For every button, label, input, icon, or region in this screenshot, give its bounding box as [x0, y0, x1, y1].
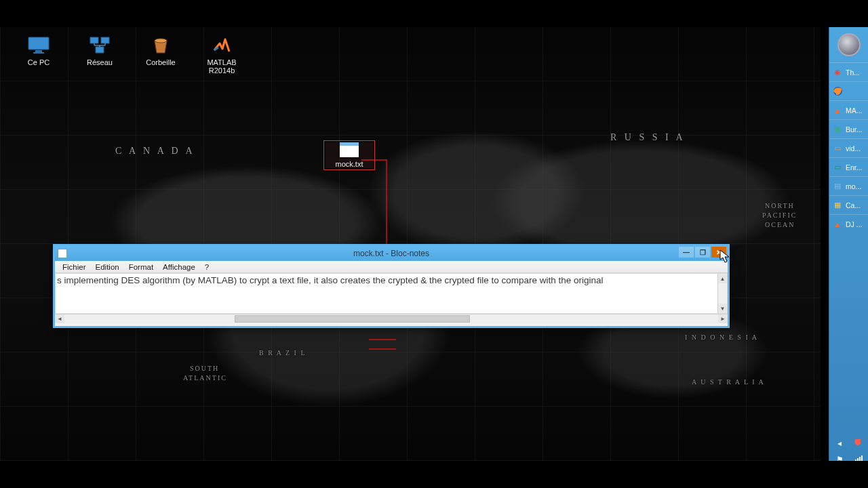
map-label-russia: R U S S I A: [610, 132, 686, 143]
menu-help[interactable]: ?: [200, 262, 214, 272]
video-icon: ▭: [832, 143, 843, 154]
maximize-button[interactable]: ❐: [695, 247, 710, 258]
map-label-np3: OCEAN: [765, 221, 795, 228]
scroll-up-arrow[interactable]: ▲: [718, 274, 727, 283]
window-controls: — ❐ ✕: [679, 247, 726, 258]
scroll-track[interactable]: [64, 314, 718, 323]
map-label-indonesia: I N D O N E S I A: [685, 333, 758, 341]
vlc-icon: ▲: [832, 219, 843, 230]
matlab-icon: ▲: [832, 105, 843, 116]
trash-icon: [149, 35, 173, 56]
task-recorder[interactable]: ▭ Enr...: [829, 157, 868, 176]
scroll-down-arrow[interactable]: ▼: [718, 304, 727, 313]
window-titlebar[interactable]: mock.txt - Bloc-notes — ❐ ✕: [55, 246, 728, 261]
task-label: MA...: [846, 106, 865, 115]
tray-security-icon[interactable]: ⛊: [852, 438, 865, 449]
network-icon: [87, 35, 112, 56]
horizontal-scrollbar[interactable]: ◄ ►: [55, 314, 728, 323]
task-label: Th...: [846, 68, 865, 77]
user-avatar-icon: [837, 33, 861, 56]
minimize-button[interactable]: —: [679, 247, 694, 258]
task-firefox[interactable]: [829, 81, 868, 100]
map-label-brazil: B R A Z I L: [259, 349, 307, 357]
notepad-icon: ▤: [832, 181, 843, 192]
map-label-sa1: SOUTH: [190, 365, 219, 372]
desktop[interactable]: C A N A D A R U S S I A B R A Z I L I N …: [0, 27, 821, 461]
scroll-left-arrow[interactable]: ◄: [55, 314, 64, 323]
task-label: Bur...: [846, 125, 865, 134]
scroll-thumb[interactable]: [235, 315, 470, 323]
firefox-icon: [832, 86, 843, 97]
scroll-right-arrow[interactable]: ►: [718, 314, 728, 323]
map-label-canada: C A N A D A: [115, 146, 195, 157]
text-file-icon: [340, 142, 359, 157]
map-label-australia: A U S T R A L I A: [692, 378, 765, 386]
letterbox-top: [0, 0, 868, 27]
task-calc[interactable]: ▦ Ca...: [829, 195, 868, 214]
burner-icon: ▣: [832, 124, 843, 135]
notepad-window[interactable]: mock.txt - Bloc-notes — ❐ ✕ Fichier Edit…: [53, 244, 730, 328]
monitor-icon: [26, 35, 51, 56]
matlab-icon: [210, 35, 234, 56]
menu-view[interactable]: Affichage: [158, 262, 200, 272]
task-vlc[interactable]: ▲ DJ ...: [829, 214, 868, 233]
svg-point-6: [155, 39, 167, 43]
user-avatar-slot[interactable]: [829, 30, 868, 60]
task-label: DJ ...: [846, 220, 865, 228]
svg-rect-1: [35, 50, 42, 52]
map-label-sa2: ATLANTIC: [183, 374, 227, 382]
task-label: Ca...: [846, 201, 865, 209]
notepad-content-area: s implementing DES algorithm (by MATLAB)…: [55, 273, 728, 314]
notepad-icon: [58, 249, 67, 258]
task-label: vid...: [846, 144, 865, 152]
task-label: Enr...: [846, 163, 865, 171]
recorder-icon: ▭: [832, 162, 843, 173]
task-matlab[interactable]: ▲ MA...: [829, 100, 868, 119]
desktop-icon-label: Réseau: [73, 58, 126, 66]
notepad-menubar: Fichier Edition Format Affichage ?: [55, 261, 728, 273]
tray-expand-icon[interactable]: ◂: [833, 438, 846, 449]
map-label-np2: PACIFIC: [762, 211, 797, 219]
menu-format[interactable]: Format: [124, 262, 158, 272]
close-button[interactable]: ✕: [711, 247, 726, 258]
svg-rect-2: [33, 52, 44, 54]
map-red-line: [369, 339, 396, 340]
desktop-icon-matlab[interactable]: MATLAB R2014b: [195, 35, 248, 75]
taskbar-sidebar: ◉ Th... ▲ MA... ▣ Bur... ▭ vid... ▭ Enr.…: [829, 27, 868, 488]
folder-icon: ▦: [832, 200, 843, 211]
task-label: mo...: [846, 182, 865, 190]
desktop-icon-recycle-bin[interactable]: Corbeille: [134, 35, 187, 66]
desktop-icon-network[interactable]: Réseau: [73, 35, 126, 66]
desktop-file-label: mock.txt: [326, 160, 373, 168]
vertical-scrollbar[interactable]: ▲ ▼: [717, 274, 727, 313]
desktop-icon-label: Ce PC: [12, 58, 65, 66]
map-red-line: [369, 348, 396, 350]
task-burner[interactable]: ▣ Bur...: [829, 119, 868, 138]
svg-rect-3: [90, 37, 98, 43]
desktop-file-mock-txt[interactable]: mock.txt: [326, 142, 373, 168]
notepad-text[interactable]: s implementing DES algorithm (by MATLAB)…: [57, 274, 717, 313]
map-label-np1: NORTH: [765, 202, 795, 209]
desktop-icon-label: MATLAB R2014b: [195, 58, 248, 75]
chrome-icon: ◉: [832, 67, 843, 78]
menu-file[interactable]: Fichier: [58, 262, 91, 272]
desktop-icon-label: Corbeille: [134, 58, 187, 66]
window-title: mock.txt - Bloc-notes: [353, 249, 429, 258]
menu-edit[interactable]: Edition: [91, 262, 124, 272]
task-notepad[interactable]: ▤ mo...: [829, 176, 868, 195]
task-chrome[interactable]: ◉ Th...: [829, 62, 868, 81]
desktop-icon-this-pc[interactable]: Ce PC: [12, 35, 65, 66]
svg-rect-5: [96, 47, 104, 53]
letterbox-bottom: [0, 461, 868, 488]
task-video[interactable]: ▭ vid...: [829, 138, 868, 157]
svg-rect-0: [28, 37, 49, 49]
svg-rect-4: [101, 37, 109, 43]
